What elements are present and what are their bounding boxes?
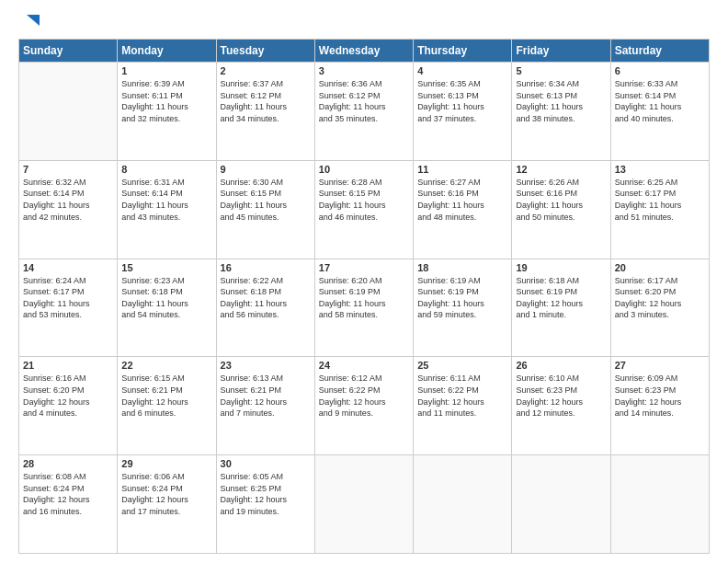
- day-number: 26: [516, 360, 606, 371]
- day-info: Sunrise: 6:28 AMSunset: 6:15 PMDaylight:…: [319, 177, 409, 223]
- calendar-cell: [414, 455, 512, 554]
- calendar-cell: 28Sunrise: 6:08 AMSunset: 6:24 PMDayligh…: [19, 455, 118, 554]
- logo: [18, 17, 40, 29]
- calendar-cell: 8Sunrise: 6:31 AMSunset: 6:14 PMDaylight…: [118, 160, 216, 259]
- day-number: 8: [121, 164, 211, 175]
- day-number: 21: [23, 360, 113, 371]
- day-number: 18: [417, 262, 507, 273]
- day-number: 30: [221, 458, 311, 469]
- day-of-week-header: Saturday: [610, 40, 709, 63]
- day-number: 3: [319, 65, 409, 76]
- calendar-cell: 9Sunrise: 6:30 AMSunset: 6:15 PMDaylight…: [216, 160, 314, 259]
- day-number: 7: [23, 164, 113, 175]
- day-info: Sunrise: 6:34 AMSunset: 6:13 PMDaylight:…: [516, 78, 606, 124]
- calendar-week-row: 21Sunrise: 6:16 AMSunset: 6:20 PMDayligh…: [19, 357, 710, 455]
- calendar-cell: 4Sunrise: 6:35 AMSunset: 6:13 PMDaylight…: [414, 63, 512, 161]
- calendar-cell: 11Sunrise: 6:27 AMSunset: 6:16 PMDayligh…: [414, 160, 512, 259]
- calendar-cell: 12Sunrise: 6:26 AMSunset: 6:16 PMDayligh…: [512, 160, 610, 259]
- calendar-cell: 7Sunrise: 6:32 AMSunset: 6:14 PMDaylight…: [19, 160, 118, 259]
- calendar-cell: 22Sunrise: 6:15 AMSunset: 6:21 PMDayligh…: [118, 357, 216, 455]
- day-number: 10: [319, 164, 409, 175]
- calendar-cell: 18Sunrise: 6:19 AMSunset: 6:19 PMDayligh…: [414, 259, 512, 357]
- day-info: Sunrise: 6:16 AMSunset: 6:20 PMDaylight:…: [23, 373, 113, 419]
- calendar-cell: 2Sunrise: 6:37 AMSunset: 6:12 PMDaylight…: [216, 63, 314, 161]
- day-info: Sunrise: 6:11 AMSunset: 6:22 PMDaylight:…: [417, 373, 507, 419]
- day-number: 5: [516, 65, 606, 76]
- day-of-week-header: Sunday: [19, 40, 118, 63]
- calendar-cell: [314, 455, 413, 554]
- day-number: 9: [221, 164, 311, 175]
- day-number: 1: [121, 65, 211, 76]
- calendar-cell: 30Sunrise: 6:05 AMSunset: 6:25 PMDayligh…: [216, 455, 314, 554]
- day-info: Sunrise: 6:06 AMSunset: 6:24 PMDaylight:…: [121, 471, 211, 517]
- day-number: 16: [221, 262, 311, 273]
- day-info: Sunrise: 6:09 AMSunset: 6:23 PMDaylight:…: [615, 373, 705, 419]
- calendar-week-row: 7Sunrise: 6:32 AMSunset: 6:14 PMDaylight…: [19, 160, 710, 259]
- calendar-cell: 17Sunrise: 6:20 AMSunset: 6:19 PMDayligh…: [314, 259, 413, 357]
- day-number: 19: [516, 262, 606, 273]
- day-info: Sunrise: 6:39 AMSunset: 6:11 PMDaylight:…: [121, 78, 211, 124]
- day-of-week-header: Tuesday: [216, 40, 314, 63]
- day-number: 15: [121, 262, 211, 273]
- day-info: Sunrise: 6:18 AMSunset: 6:19 PMDaylight:…: [516, 275, 606, 321]
- day-info: Sunrise: 6:27 AMSunset: 6:16 PMDaylight:…: [417, 177, 507, 223]
- calendar-cell: 1Sunrise: 6:39 AMSunset: 6:11 PMDaylight…: [118, 63, 216, 161]
- day-info: Sunrise: 6:33 AMSunset: 6:14 PMDaylight:…: [615, 78, 705, 124]
- calendar-cell: 24Sunrise: 6:12 AMSunset: 6:22 PMDayligh…: [314, 357, 413, 455]
- day-info: Sunrise: 6:15 AMSunset: 6:21 PMDaylight:…: [121, 373, 211, 419]
- day-of-week-header: Wednesday: [314, 40, 413, 63]
- day-number: 14: [23, 262, 113, 273]
- calendar-week-row: 14Sunrise: 6:24 AMSunset: 6:17 PMDayligh…: [19, 259, 710, 357]
- day-number: 25: [417, 360, 507, 371]
- day-info: Sunrise: 6:12 AMSunset: 6:22 PMDaylight:…: [319, 373, 409, 419]
- calendar-cell: [610, 455, 709, 554]
- day-number: 20: [615, 262, 705, 273]
- day-info: Sunrise: 6:32 AMSunset: 6:14 PMDaylight:…: [23, 177, 113, 223]
- day-number: 11: [417, 164, 507, 175]
- day-number: 12: [516, 164, 606, 175]
- day-info: Sunrise: 6:35 AMSunset: 6:13 PMDaylight:…: [417, 78, 507, 124]
- day-number: 4: [417, 65, 507, 76]
- day-info: Sunrise: 6:30 AMSunset: 6:15 PMDaylight:…: [221, 177, 311, 223]
- day-number: 13: [615, 164, 705, 175]
- calendar-cell: 13Sunrise: 6:25 AMSunset: 6:17 PMDayligh…: [610, 160, 709, 259]
- calendar-cell: 10Sunrise: 6:28 AMSunset: 6:15 PMDayligh…: [314, 160, 413, 259]
- calendar-cell: 15Sunrise: 6:23 AMSunset: 6:18 PMDayligh…: [118, 259, 216, 357]
- day-number: 28: [23, 458, 113, 469]
- calendar-cell: 25Sunrise: 6:11 AMSunset: 6:22 PMDayligh…: [414, 357, 512, 455]
- day-number: 24: [319, 360, 409, 371]
- day-info: Sunrise: 6:05 AMSunset: 6:25 PMDaylight:…: [221, 471, 311, 517]
- calendar-cell: 3Sunrise: 6:36 AMSunset: 6:12 PMDaylight…: [314, 63, 413, 161]
- calendar-cell: 20Sunrise: 6:17 AMSunset: 6:20 PMDayligh…: [610, 259, 709, 357]
- calendar-week-row: 28Sunrise: 6:08 AMSunset: 6:24 PMDayligh…: [19, 455, 710, 554]
- day-number: 2: [221, 65, 311, 76]
- day-number: 22: [121, 360, 211, 371]
- calendar-cell: 6Sunrise: 6:33 AMSunset: 6:14 PMDaylight…: [610, 63, 709, 161]
- calendar-cell: [19, 63, 118, 161]
- day-info: Sunrise: 6:10 AMSunset: 6:23 PMDaylight:…: [516, 373, 606, 419]
- day-info: Sunrise: 6:36 AMSunset: 6:12 PMDaylight:…: [319, 78, 409, 124]
- calendar-table: SundayMondayTuesdayWednesdayThursdayFrid…: [18, 39, 710, 554]
- calendar-cell: 29Sunrise: 6:06 AMSunset: 6:24 PMDayligh…: [118, 455, 216, 554]
- day-info: Sunrise: 6:19 AMSunset: 6:19 PMDaylight:…: [417, 275, 507, 321]
- day-of-week-header: Thursday: [414, 40, 512, 63]
- day-info: Sunrise: 6:17 AMSunset: 6:20 PMDaylight:…: [615, 275, 705, 321]
- calendar-cell: 26Sunrise: 6:10 AMSunset: 6:23 PMDayligh…: [512, 357, 610, 455]
- svg-marker-0: [27, 15, 40, 26]
- day-number: 27: [615, 360, 705, 371]
- day-number: 23: [221, 360, 311, 371]
- day-of-week-header: Monday: [118, 40, 216, 63]
- day-info: Sunrise: 6:20 AMSunset: 6:19 PMDaylight:…: [319, 275, 409, 321]
- calendar-cell: 21Sunrise: 6:16 AMSunset: 6:20 PMDayligh…: [19, 357, 118, 455]
- day-info: Sunrise: 6:37 AMSunset: 6:12 PMDaylight:…: [221, 78, 311, 124]
- day-number: 17: [319, 262, 409, 273]
- calendar-cell: 27Sunrise: 6:09 AMSunset: 6:23 PMDayligh…: [610, 357, 709, 455]
- day-info: Sunrise: 6:13 AMSunset: 6:21 PMDaylight:…: [221, 373, 311, 419]
- calendar-header-row: SundayMondayTuesdayWednesdayThursdayFrid…: [19, 40, 710, 63]
- calendar-cell: 16Sunrise: 6:22 AMSunset: 6:18 PMDayligh…: [216, 259, 314, 357]
- day-info: Sunrise: 6:24 AMSunset: 6:17 PMDaylight:…: [23, 275, 113, 321]
- day-info: Sunrise: 6:26 AMSunset: 6:16 PMDaylight:…: [516, 177, 606, 223]
- logo-icon: [19, 13, 40, 33]
- page: SundayMondayTuesdayWednesdayThursdayFrid…: [0, 0, 728, 563]
- day-info: Sunrise: 6:31 AMSunset: 6:14 PMDaylight:…: [121, 177, 211, 223]
